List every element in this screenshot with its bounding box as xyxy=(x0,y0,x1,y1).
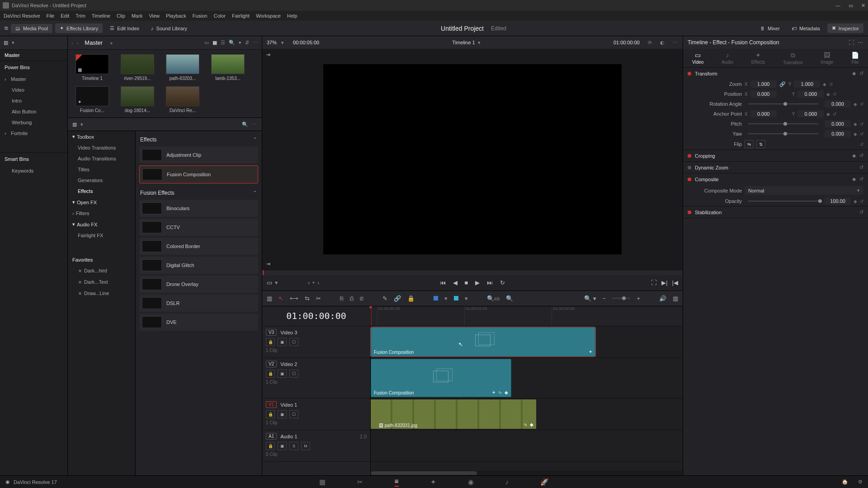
timeline-timecode[interactable]: 01:00:00:00 xyxy=(613,40,640,45)
enable-dot[interactable] xyxy=(688,72,691,75)
pitch-slider[interactable] xyxy=(748,123,818,124)
stop-button[interactable]: ■ xyxy=(465,279,468,286)
pool-item-timeline[interactable]: ▦Timeline 1 xyxy=(72,54,112,81)
fx-item-binoculars[interactable]: Binoculars xyxy=(139,200,258,217)
clip-image-v1[interactable]: 🖼 path-832031.jpg ∿◆ xyxy=(371,399,536,429)
clip-curve-icon[interactable]: ∿ xyxy=(498,390,502,395)
fx-item-cctv[interactable]: CCTV xyxy=(139,219,258,236)
lock-icon[interactable]: 🔒 xyxy=(266,442,275,450)
track-header-v3[interactable]: V3Video 3 🔒▣☐ 1 Clip xyxy=(262,326,370,358)
breadcrumb[interactable]: Master xyxy=(85,39,103,46)
fx-cat-openfx[interactable]: ▾Open FX xyxy=(68,197,135,208)
pool-item-fusion[interactable]: ✦Fusion Co... xyxy=(72,86,112,113)
first-frame-button[interactable]: ⏮ xyxy=(440,279,446,286)
track-tag[interactable]: A1 xyxy=(266,433,277,440)
stab-header[interactable]: Stabilization↺ xyxy=(683,206,868,218)
playhead[interactable] xyxy=(371,306,371,326)
filter-icon[interactable]: ⇵ xyxy=(245,40,249,46)
viewer-scrubber[interactable] xyxy=(262,270,683,275)
fx-cat-toolbox[interactable]: ▾Toolbox xyxy=(68,131,135,142)
keyframe-icon[interactable]: ◆ xyxy=(852,153,856,159)
lock-tool[interactable]: 🔒 xyxy=(407,295,415,302)
opacity-input[interactable]: 100.00 xyxy=(825,197,851,205)
menu-davinci[interactable]: DaVinci Resolve xyxy=(4,13,40,19)
razor-tool[interactable]: ✂ xyxy=(316,295,321,302)
flag-dropdown-icon[interactable]: ▾ xyxy=(444,295,448,302)
effects-library-toggle[interactable]: ✦ Effects Library xyxy=(55,23,103,33)
timeline-body[interactable]: 01:00:00:25 01:00:02:00 01:00:04:00 Fusi… xyxy=(371,306,683,475)
page-fairlight[interactable]: ♪ xyxy=(505,478,509,486)
reset-icon[interactable]: ↺ xyxy=(860,142,863,147)
close-icon[interactable]: ✕ xyxy=(861,3,865,9)
page-media[interactable]: ▦ xyxy=(319,478,326,486)
inspector-tab-effects[interactable]: ✦Effects xyxy=(751,52,765,65)
clip-fusion-v3[interactable]: Fusion Composition ✦ ↖ xyxy=(371,327,595,357)
pool-item-lamb[interactable]: lamb-1353... xyxy=(208,54,248,81)
last-frame-button[interactable]: ⏭ xyxy=(487,279,493,286)
jump-end-icon[interactable]: ⇥ xyxy=(266,261,270,267)
timeline-name[interactable]: Timeline 1 xyxy=(452,40,475,45)
gear-icon[interactable]: ⟳ xyxy=(648,40,652,46)
ripple-tool[interactable]: ⇆ xyxy=(305,295,310,302)
keyframe-icon[interactable]: ◆ xyxy=(826,112,830,117)
yaw-input[interactable]: 0.000 xyxy=(825,130,851,137)
viewer-zoom[interactable]: 37% xyxy=(267,40,277,45)
inspector-tab-file[interactable]: 📄File xyxy=(851,52,859,65)
search-icon[interactable]: 🔍 xyxy=(229,40,235,46)
menu-workspace[interactable]: Workspace xyxy=(256,13,281,19)
next-marker-icon[interactable]: › xyxy=(317,279,319,286)
marker-cyan[interactable] xyxy=(454,296,458,300)
timeline-ruler[interactable]: 01:00:00:25 01:00:02:00 01:00:04:00 xyxy=(371,306,683,326)
next-clip-icon[interactable]: ▶| xyxy=(661,279,667,286)
menu-fusion[interactable]: Fusion xyxy=(193,13,208,19)
fx-item-dve[interactable]: DVE xyxy=(139,314,258,331)
more-icon[interactable]: ⋯ xyxy=(673,40,678,46)
reset-icon[interactable]: ↺ xyxy=(860,122,863,127)
lock-icon[interactable]: 🔒 xyxy=(266,338,275,346)
link-icon[interactable]: 🔗 xyxy=(779,81,786,87)
menu-fairlight[interactable]: Fairlight xyxy=(232,13,250,19)
fx-fav-3[interactable]: ★Draw...Line xyxy=(68,288,135,299)
composite-mode-select[interactable]: Normal▾ xyxy=(745,186,863,195)
keyframe-icon[interactable]: ◆ xyxy=(854,131,857,136)
more-icon[interactable]: ⋯ xyxy=(253,40,258,46)
composite-header[interactable]: Composite◆↺ xyxy=(683,174,868,185)
marker-dropdown-icon[interactable]: ▾ xyxy=(465,295,468,302)
timeline-scrollbar[interactable] xyxy=(371,471,683,475)
fx-fav-1[interactable]: ★Dark...hird xyxy=(68,265,135,277)
prev-marker-icon[interactable]: ‹ xyxy=(308,279,310,286)
transform-header[interactable]: Transform◆↺ xyxy=(683,68,868,79)
track-header-a1[interactable]: A1Audio 12.0 🔒▣SM 0 Clip xyxy=(262,430,370,462)
track-tag[interactable]: V2 xyxy=(266,361,277,367)
keyframe-icon[interactable]: ◆ xyxy=(852,176,856,182)
keyframe-icon[interactable]: ◆ xyxy=(854,199,857,204)
scrub-playhead[interactable] xyxy=(263,270,264,275)
keyframe-icon[interactable]: ◆ xyxy=(852,70,856,76)
track-header-v2[interactable]: V2Video 2 🔒▣☐ 1 Clip xyxy=(262,358,370,399)
reset-icon[interactable]: ↺ xyxy=(859,70,863,76)
keyframe-icon[interactable]: ◆ xyxy=(823,82,826,87)
fx-cat-audiofx[interactable]: ▾Audio FX xyxy=(68,219,135,230)
bin-video[interactable]: Video xyxy=(0,84,67,95)
solo-button[interactable]: S xyxy=(289,442,298,450)
zoom-slider[interactable] xyxy=(612,298,630,299)
trim-tool[interactable]: ⟷ xyxy=(290,295,298,302)
fx-item-adjustment[interactable]: Adjustment Clip xyxy=(139,146,258,164)
keyframe-icon[interactable]: ◆ xyxy=(854,102,857,107)
clip-curve-icon[interactable]: ∿ xyxy=(524,422,527,427)
bin-fortnite[interactable]: ›Fortnite xyxy=(0,128,67,139)
fx-cat-titles[interactable]: Titles xyxy=(68,164,135,175)
fx-cat-effects[interactable]: Effects xyxy=(68,186,135,197)
track-lane-v1[interactable]: 🖼 path-832031.jpg ∿◆ xyxy=(371,399,683,430)
inspector-tab-video[interactable]: ▭Video xyxy=(692,52,703,65)
fx-item-digital-glitch[interactable]: Digital Glitch xyxy=(139,257,258,274)
scrollbar-thumb[interactable] xyxy=(371,471,477,475)
pos-y-input[interactable]: 0.000 xyxy=(797,90,824,98)
page-cut[interactable]: ✂ xyxy=(357,478,363,486)
anchor-x-input[interactable]: 0.000 xyxy=(750,110,777,117)
view-strip-icon[interactable]: ▭ xyxy=(204,40,209,46)
flag-blue[interactable] xyxy=(434,296,438,300)
clip-fx-icon[interactable]: ✦ xyxy=(589,349,592,354)
disable-icon[interactable]: ☐ xyxy=(289,410,298,418)
fullscreen-icon[interactable]: ⛶ xyxy=(651,279,657,286)
